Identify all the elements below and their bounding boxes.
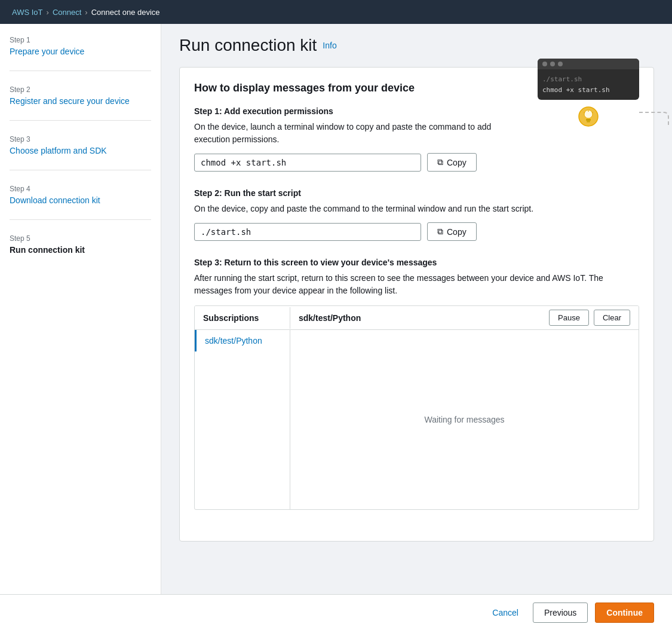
step3-label: Step 3 <box>10 135 151 143</box>
step3-instruction-desc: After running the start script, return t… <box>194 272 639 297</box>
sidebar-step-4: Step 4 Download connection kit <box>10 185 151 220</box>
subscriptions-header: Subscriptions sdk/test/Python Pause Clea… <box>195 306 639 330</box>
step1-command-input[interactable] <box>194 154 421 172</box>
subscriptions-actions: Pause Clear <box>541 306 639 329</box>
step2-label: Step 2 <box>10 85 151 94</box>
copy-icon-1: ⧉ <box>437 157 443 167</box>
terminal-window: ./start.sh chmod +x start.sh <box>538 59 639 100</box>
pause-button[interactable]: Pause <box>549 310 589 326</box>
step1-copy-button[interactable]: ⧉ Copy <box>427 153 477 172</box>
step1-link[interactable]: Prepare your device <box>10 47 84 56</box>
cancel-button[interactable]: Cancel <box>485 603 526 622</box>
messages-pane: Waiting for messages <box>290 330 639 509</box>
step1-copy-label: Copy <box>447 158 467 167</box>
subscriptions-col-header: Subscriptions <box>195 307 290 329</box>
terminal-line-2: chmod +x start.sh <box>542 85 634 96</box>
nav-aws-iot[interactable]: AWS IoT <box>12 8 43 17</box>
waiting-message: Waiting for messages <box>424 415 504 424</box>
nav-sep-2: › <box>85 8 87 17</box>
info-link[interactable]: Info <box>323 41 336 50</box>
clear-button[interactable]: Clear <box>594 310 630 326</box>
svg-rect-2 <box>586 119 591 121</box>
svg-rect-3 <box>587 121 590 123</box>
step3-instruction-title: Step 3: Return to this screen to view yo… <box>194 258 639 267</box>
nav-current: Connect one device <box>91 8 160 17</box>
subscriptions-panel: Subscriptions sdk/test/Python Pause Clea… <box>194 305 639 510</box>
step2-command-row: ⧉ Copy <box>194 222 639 241</box>
subscriptions-topic-header: sdk/test/Python <box>290 307 541 329</box>
step2-instruction-desc: On the device, copy and paste the comman… <box>194 203 639 215</box>
step2-instruction-title: Step 2: Run the start script <box>194 188 639 198</box>
instruction-step-3: Step 3: Return to this screen to view yo… <box>194 258 639 510</box>
previous-button[interactable]: Previous <box>533 603 588 623</box>
footer: Cancel Previous Continue <box>0 594 672 630</box>
step5-link[interactable]: Run connection kit <box>10 245 85 255</box>
instruction-step-1: ./start.sh chmod +x start.sh <box>194 106 639 172</box>
terminal-line-1: ./start.sh <box>542 74 634 85</box>
step2-copy-label: Copy <box>447 227 467 237</box>
lightbulb-icon <box>578 106 599 127</box>
subscription-item[interactable]: sdk/test/Python <box>195 330 290 351</box>
step4-label: Step 4 <box>10 185 151 193</box>
step2-link[interactable]: Register and secure your device <box>10 96 130 106</box>
continue-button[interactable]: Continue <box>595 603 654 623</box>
page-title-area: Run connection kit Info <box>179 36 654 55</box>
step3-link[interactable]: Choose platform and SDK <box>10 146 107 155</box>
step1-label: Step 1 <box>10 36 151 44</box>
top-nav: AWS IoT › Connect › Connect one device <box>0 0 672 24</box>
step2-command-input[interactable] <box>194 223 421 241</box>
sidebar-step-2: Step 2 Register and secure your device <box>10 85 151 121</box>
step4-link[interactable]: Download connection kit <box>10 195 100 205</box>
sidebar: Step 1 Prepare your device Step 2 Regist… <box>0 24 161 594</box>
sidebar-step-5: Step 5 Run connection kit <box>10 234 151 269</box>
step2-copy-button[interactable]: ⧉ Copy <box>427 222 477 241</box>
sidebar-step-3: Step 3 Choose platform and SDK <box>10 135 151 170</box>
terminal-illustration: ./start.sh chmod +x start.sh <box>538 59 639 127</box>
sidebar-step-1: Step 1 Prepare your device <box>10 36 151 71</box>
terminal-dot-3 <box>558 62 563 66</box>
terminal-dot-1 <box>542 62 547 66</box>
instruction-step-2: Step 2: Run the start script On the devi… <box>194 188 639 241</box>
terminal-dot-2 <box>550 62 555 66</box>
step5-label: Step 5 <box>10 234 151 243</box>
nav-sep-1: › <box>47 8 49 17</box>
subscriptions-list: sdk/test/Python <box>195 330 290 509</box>
main-content: Run connection kit Info How to display m… <box>161 24 672 594</box>
step1-command-row: ⧉ Copy <box>194 153 639 172</box>
copy-icon-2: ⧉ <box>437 227 443 237</box>
subscriptions-body: sdk/test/Python Waiting for messages <box>195 330 639 509</box>
terminal-body: ./start.sh chmod +x start.sh <box>538 69 639 100</box>
page-title: Run connection kit <box>179 36 317 55</box>
main-card: How to display messages from your device… <box>179 67 654 542</box>
terminal-titlebar <box>538 59 639 69</box>
nav-connect[interactable]: Connect <box>53 8 81 17</box>
